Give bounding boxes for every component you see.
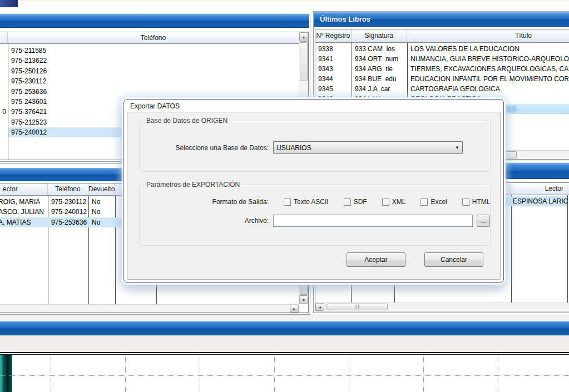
file-input[interactable]: [273, 215, 473, 227]
browse-button[interactable]: ...: [477, 215, 490, 227]
checkbox-excel[interactable]: [420, 199, 428, 206]
checkbox-xml[interactable]: [382, 199, 389, 206]
grid-line: [51, 355, 51, 392]
w1-col-cut[interactable]: [0, 32, 8, 43]
format-option: Texto ASCII: [284, 198, 329, 206]
format-option: SDF: [344, 198, 367, 206]
w1-titlebar[interactable]: [0, 14, 309, 28]
table-row[interactable]: 975-211585: [0, 46, 299, 56]
scroll-down-icon[interactable]: ▼: [299, 295, 308, 304]
w2-col-titulo[interactable]: Título: [407, 29, 569, 42]
database-select-value: USUARIOS: [274, 144, 452, 152]
bottom-titlebar[interactable]: [0, 321, 569, 336]
w4-horizontal-scrollbar[interactable]: ◄: [315, 302, 569, 311]
w4-column-divider: [511, 195, 512, 302]
table-row[interactable]: 9341934 ORT numNUMANCIA, GUIA BREVE HIST…: [315, 54, 569, 64]
w2-table-header: Nº Registro Signatura Título: [315, 29, 569, 43]
table-row[interactable]: 975-250126: [0, 66, 299, 76]
scroll-left-icon[interactable]: ◄: [315, 303, 324, 311]
bottom-toolbar-strip: [0, 336, 569, 352]
table-row[interactable]: 9338933 CAM losLOS VALORES DE LA EDUCACI…: [315, 44, 569, 54]
w2-col-signatura[interactable]: Signatura: [352, 29, 407, 42]
grid-line: [0, 375, 569, 376]
w1-table-header: Teléfono: [0, 32, 299, 44]
grid-line: [200, 355, 200, 392]
w1-scroll-thumb[interactable]: [300, 42, 308, 81]
table-row[interactable]: 975-253636: [0, 87, 299, 97]
grid-line: [274, 355, 275, 392]
combo-arrow-icon[interactable]: ▼: [452, 145, 462, 150]
w4-column-divider: [567, 195, 568, 302]
database-select-label: Seleccione una Base de Datos:: [140, 144, 269, 152]
scroll-right-icon[interactable]: ►: [290, 305, 299, 312]
group-origen: Base de Datos de ORIGEN Seleccione una B…: [139, 121, 491, 172]
grid-line: [125, 355, 126, 392]
w2-title: Últimos Libros: [314, 12, 569, 26]
w3-col-devuelto[interactable]: Devuelto: [88, 183, 115, 195]
background-window-fragment: [0, 0, 18, 7]
dialog-title[interactable]: Exportar DATOS: [124, 100, 503, 112]
group-parametros-label: Parámetros de EXPORTACIÓN: [144, 181, 242, 188]
w2-col-registro[interactable]: Nº Registro: [315, 29, 352, 42]
report-grid: [0, 355, 569, 392]
table-row[interactable]: 9343934 ARG tieTIERMES, EXCAVACIONES ARQ…: [315, 64, 569, 74]
grid-line: [423, 355, 424, 392]
table-row[interactable]: 975-213622: [0, 56, 299, 66]
w1-col-telefono[interactable]: Teléfono: [8, 32, 299, 43]
format-option: XML: [382, 198, 406, 206]
w2-titlebar[interactable]: Últimos Libros: [314, 12, 569, 27]
checkbox-sdf[interactable]: [344, 199, 351, 206]
group-origen-label: Base de Datos de ORIGEN: [144, 117, 230, 125]
table-row[interactable]: 9345934 J.A carCARTOGRAFIA GEOLOGICA: [315, 84, 569, 94]
w3-horizontal-scrollbar[interactable]: ►: [0, 304, 299, 312]
table-row[interactable]: 9344934 BUE eduEDUCACION INFANTIL POR EL…: [315, 74, 569, 84]
grid-line: [349, 355, 349, 392]
checkbox-html[interactable]: [462, 199, 469, 206]
w4-scroll-thumb[interactable]: [326, 304, 388, 310]
format-option: HTML: [462, 198, 491, 206]
w2-scroll-thumb[interactable]: [502, 151, 517, 158]
dialog-client-area: Base de Datos de ORIGEN Seleccione una B…: [127, 112, 501, 280]
scroll-up-icon[interactable]: ▲: [299, 32, 308, 42]
teal-3d-bar: [0, 355, 12, 392]
row-left-cell: 0: [0, 108, 8, 116]
group-parametros: Parámetros de EXPORTACIÓN Formato de Sal…: [139, 185, 491, 246]
app-screen: Teléfono 975-211585 975-213622 975-25012…: [0, 0, 569, 392]
table-row[interactable]: 975-230112: [0, 76, 299, 86]
cancel-button[interactable]: Cancelar: [424, 252, 483, 267]
checkbox-texto-ascii[interactable]: [284, 199, 291, 206]
database-select[interactable]: USUARIOS ▼: [273, 141, 463, 154]
scroll-grip-icon: [355, 305, 360, 309]
w3-col-telefono[interactable]: Teléfono: [48, 183, 88, 195]
grid-line: [498, 355, 498, 392]
format-label: Formato de Salida:: [140, 198, 269, 206]
w4-col-lector[interactable]: Lector: [511, 183, 567, 195]
top-cream-strip: [0, 0, 569, 1]
file-label: Archivo:: [140, 217, 269, 225]
mdi-background-strip: [0, 315, 569, 321]
accept-button[interactable]: Aceptar: [347, 252, 405, 267]
w3-col-lector[interactable]: ector: [0, 183, 48, 195]
export-dialog: Exportar DATOS Base de Datos de ORIGEN S…: [123, 99, 504, 283]
format-option: Excel: [420, 198, 447, 206]
